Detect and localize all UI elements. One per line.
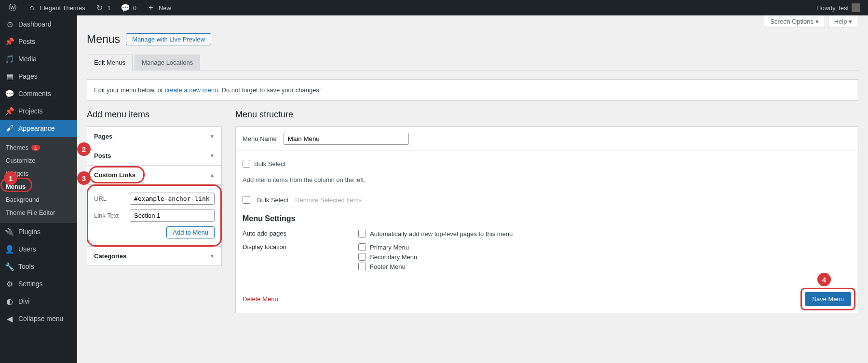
pin-icon: 📌: [5, 106, 14, 116]
sidebar-item-label: Media: [18, 55, 37, 63]
chevron-down-icon: ▼: [210, 253, 215, 259]
add-items-heading: Add menu items: [87, 110, 222, 120]
plus-icon: +: [146, 3, 156, 13]
sidebar-item-label: Users: [18, 245, 36, 253]
sub-label: Customize: [6, 157, 35, 164]
menu-footer: Delete Menu Save Menu 4: [235, 285, 858, 313]
sidebar-item-comments[interactable]: 💬 Comments: [0, 85, 77, 102]
menu-body: Bulk Select Add menu items from the colu…: [235, 151, 858, 285]
sidebar-item-label: Posts: [18, 38, 35, 45]
loc-opt: Primary Menu: [370, 244, 409, 251]
menu-settings-heading: Menu Settings: [243, 214, 851, 223]
chevron-up-icon: ▲: [210, 172, 215, 178]
themes-badge: 1: [31, 145, 40, 151]
sidebar-item-settings[interactable]: ⚙ Settings: [0, 275, 77, 293]
auto-add-checkbox[interactable]: [358, 230, 366, 237]
url-input[interactable]: [130, 193, 215, 205]
chevron-down-icon: ▼: [210, 153, 215, 158]
howdy-link[interactable]: Howdy, test: [816, 3, 864, 12]
tab-manage-locations[interactable]: Manage Locations: [135, 55, 200, 70]
pin-icon: 📌: [5, 37, 14, 46]
acc-categories[interactable]: Categories ▼: [87, 247, 221, 265]
empty-message: Add menu items from the column on the le…: [243, 176, 851, 183]
menu-name-input[interactable]: [284, 133, 409, 145]
notice: Edit your menu below, or create a new me…: [87, 79, 858, 101]
sidebar-item-divi[interactable]: ◐ Divi: [0, 293, 77, 310]
sidebar-item-label: Dashboard: [18, 20, 52, 28]
sidebar-item-tools[interactable]: 🔧 Tools: [0, 258, 77, 275]
tabs: Edit Menus Manage Locations: [87, 55, 858, 70]
screen-options-button[interactable]: Screen Options ▾: [764, 15, 825, 28]
sidebar-item-media[interactable]: 🎵 Media: [0, 50, 77, 68]
sidebar-item-label: Projects: [18, 107, 43, 115]
acc-pages[interactable]: Pages ▼: [87, 127, 221, 146]
sub-themes[interactable]: Themes 1: [0, 141, 77, 154]
help-button[interactable]: Help ▾: [828, 15, 858, 28]
annotation-1: 1: [4, 171, 17, 185]
link-text-label: Link Text: [94, 212, 126, 219]
loc-opt: Footer Menu: [370, 263, 406, 270]
acc-custom-links[interactable]: Custom Links ▲: [87, 166, 221, 185]
sidebar-item-label: Tools: [18, 263, 34, 270]
loc-primary-checkbox[interactable]: [358, 243, 366, 251]
annotation-2: 2: [77, 142, 91, 156]
site-name: Elegant Themes: [40, 4, 85, 12]
display-location-label: Display location: [243, 243, 358, 272]
acc-posts[interactable]: Posts ▼: [87, 146, 221, 166]
sidebar-item-projects[interactable]: 📌 Projects: [0, 102, 77, 120]
wp-logo[interactable]: ⓦ: [4, 0, 21, 15]
admin-sidebar: ⊙ Dashboard 📌 Posts 🎵 Media ▤ Pages 💬 Co…: [0, 15, 77, 363]
updates-link[interactable]: ↻ 1: [91, 0, 114, 15]
sub-theme-file-editor[interactable]: Theme File Editor: [0, 206, 77, 219]
sidebar-item-plugins[interactable]: 🔌 Plugins: [0, 223, 77, 240]
sidebar-item-users[interactable]: 👤 Users: [0, 240, 77, 258]
comment-icon: 💬: [121, 3, 130, 13]
acc-label: Posts: [94, 152, 111, 159]
chevron-down-icon: ▼: [210, 134, 215, 139]
tab-edit-menus[interactable]: Edit Menus: [87, 55, 133, 70]
remove-selected-link: Remove Selected Items: [295, 196, 362, 204]
sidebar-item-appearance[interactable]: 🖌 Appearance: [0, 120, 77, 137]
site-name-link[interactable]: ⌂ Elegant Themes: [23, 0, 89, 15]
create-menu-link[interactable]: create a new menu: [165, 86, 218, 94]
sub-label: Theme File Editor: [6, 209, 55, 216]
bulk-select-checkbox[interactable]: [243, 160, 250, 168]
add-to-menu-button[interactable]: Add to Menu: [166, 226, 215, 238]
new-label: New: [159, 4, 171, 12]
comments-link[interactable]: 💬 0: [117, 0, 140, 15]
sidebar-item-label: Collapse menu: [18, 315, 63, 322]
bulk-select-label: Bulk Select: [257, 196, 288, 204]
main-content: Screen Options ▾ Help ▾ Menus Manage wit…: [77, 15, 868, 363]
sidebar-item-label: Pages: [18, 72, 38, 80]
wrench-icon: 🔧: [5, 262, 14, 271]
url-label: URL: [94, 195, 126, 202]
custom-links-body: URL Link Text Add to Menu: [87, 185, 221, 247]
new-link[interactable]: + New: [142, 0, 175, 15]
accordion: Pages ▼ Posts ▼ Custom Links ▲: [87, 126, 222, 266]
admin-bar: ⓦ ⌂ Elegant Themes ↻ 1 💬 0 + New Howdy, …: [0, 0, 868, 15]
bulk-select-checkbox-2[interactable]: [243, 196, 250, 204]
menu-structure-heading: Menu structure: [235, 110, 858, 120]
annotation-4: 4: [817, 273, 831, 286]
sidebar-item-label: Appearance: [18, 125, 55, 132]
loc-footer-checkbox[interactable]: [358, 263, 366, 270]
avatar: [852, 3, 860, 12]
sub-customize[interactable]: Customize: [0, 154, 77, 167]
link-text-input[interactable]: [130, 209, 215, 222]
dashboard-icon: ⊙: [5, 19, 14, 29]
sidebar-item-pages[interactable]: ▤ Pages: [0, 68, 77, 85]
notice-text: . Do not forget to save your changes!: [218, 86, 321, 94]
sub-background[interactable]: Background: [0, 193, 77, 206]
sidebar-item-collapse[interactable]: ◀ Collapse menu: [0, 310, 77, 327]
comment-icon: 💬: [5, 89, 14, 98]
loc-opt: Secondary Menu: [370, 253, 417, 261]
wp-logo-icon: ⓦ: [8, 3, 17, 13]
loc-secondary-checkbox[interactable]: [358, 253, 366, 261]
page-title: Menus: [87, 33, 120, 46]
sidebar-item-dashboard[interactable]: ⊙ Dashboard: [0, 15, 77, 33]
sliders-icon: ⚙: [5, 279, 14, 289]
sidebar-item-posts[interactable]: 📌 Posts: [0, 33, 77, 50]
delete-menu-link[interactable]: Delete Menu: [243, 295, 278, 303]
live-preview-button[interactable]: Manage with Live Preview: [126, 33, 211, 45]
comments-count: 0: [133, 4, 136, 12]
